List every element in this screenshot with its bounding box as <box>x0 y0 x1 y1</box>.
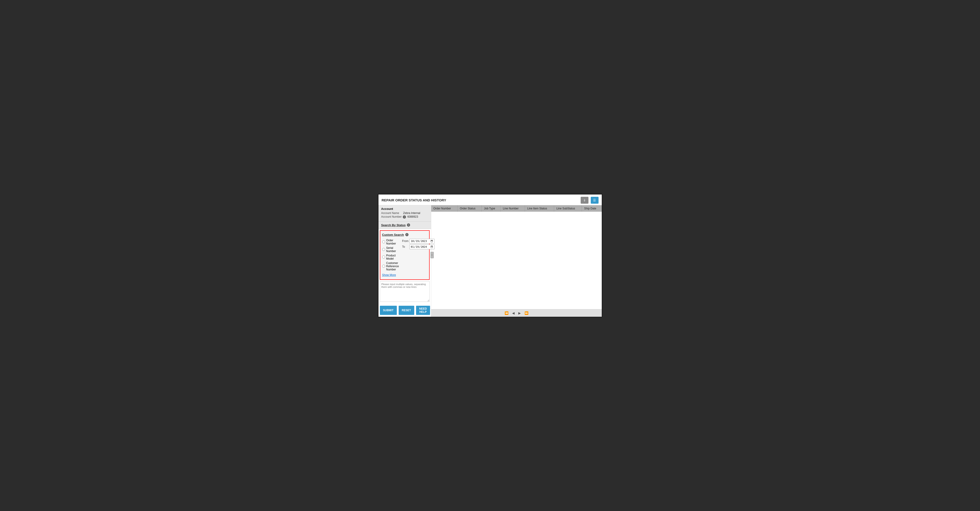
custom-search-info-icon[interactable]: i <box>405 233 409 236</box>
first-page-button[interactable]: ⏪ <box>504 311 509 315</box>
radio-serial-number: Serial Number <box>382 246 399 253</box>
prev-page-button[interactable]: ◀ <box>511 311 515 315</box>
last-page-button[interactable]: ⏩ <box>523 311 529 315</box>
radio-order-number: Order Number <box>382 239 399 245</box>
from-date-row: From <box>402 239 434 244</box>
table-container: Order Number Order Status Job Type Line … <box>431 205 602 309</box>
pagination-bar: ⏪ ◀ ▶ ⏩ <box>431 309 602 317</box>
col-line-number: Line Number <box>500 205 525 212</box>
to-label: To <box>402 245 409 248</box>
col-line-substatus: Line SubStatus <box>554 205 582 212</box>
radio-product-model-label: Product Model <box>386 254 399 260</box>
from-date-input[interactable] <box>409 239 434 244</box>
col-order-number: Order Number <box>431 205 458 212</box>
results-table: Order Number Order Status Job Type Line … <box>431 205 602 212</box>
account-number-row: Account Number i 6088923 <box>381 215 428 218</box>
app-header: REPAIR ORDER STATUS AND HISTORY ⇓ ☰ <box>379 194 602 205</box>
show-more-link[interactable]: Show More <box>382 271 427 277</box>
columns-icon: ☰ <box>593 198 596 202</box>
search-by-status[interactable]: Search By Status i <box>379 221 431 229</box>
col-ship-date: Ship Date <box>582 205 602 212</box>
reset-button[interactable]: RESET <box>399 306 414 315</box>
radio-product-model: Product Model <box>382 254 399 260</box>
app-container: REPAIR ORDER STATUS AND HISTORY ⇓ ☰ Acco… <box>378 194 603 317</box>
custom-search-title: Custom Search i <box>382 233 427 236</box>
custom-search-body: Order Number Serial Number Product Model <box>382 239 427 271</box>
download-icon: ⇓ <box>583 198 586 202</box>
collapse-arrow[interactable]: ‹ <box>431 252 434 258</box>
radio-serial-number-input[interactable] <box>382 248 385 251</box>
radio-order-number-label: Order Number <box>386 239 399 245</box>
right-panel: Order Number Order Status Job Type Line … <box>431 205 602 317</box>
account-name-value: Zebra Internal <box>403 212 420 215</box>
account-number-label: Account Number i <box>381 215 406 218</box>
from-label: From <box>402 239 409 243</box>
need-help-button[interactable]: NEED HELP <box>416 306 430 315</box>
custom-search-section: Custom Search i Order Number <box>380 230 430 280</box>
radio-order-number-input[interactable] <box>382 240 385 244</box>
left-panel: Account Account Name Zebra Internal Acco… <box>379 205 431 317</box>
download-button[interactable]: ⇓ <box>581 197 589 204</box>
bottom-buttons: SUBMIT RESET NEED HELP <box>379 304 431 317</box>
columns-button[interactable]: ☰ <box>591 197 598 204</box>
to-date-input[interactable] <box>409 245 434 249</box>
to-date-row: To <box>402 245 434 249</box>
search-by-status-label: Search By Status <box>381 223 406 227</box>
table-header-row: Order Number Order Status Job Type Line … <box>431 205 602 212</box>
search-textarea[interactable] <box>380 281 430 302</box>
account-section: Account Account Name Zebra Internal Acco… <box>379 205 431 221</box>
date-fields: From To <box>402 239 434 271</box>
account-name-label: Account Name <box>381 212 402 215</box>
radio-options: Order Number Serial Number Product Model <box>382 239 399 271</box>
account-name-row: Account Name Zebra Internal <box>381 212 428 215</box>
custom-search-wrapper: Custom Search i Order Number <box>379 230 431 280</box>
app-title: REPAIR ORDER STATUS AND HISTORY <box>382 198 578 202</box>
radio-customer-ref: Customer Reference Number <box>382 261 399 271</box>
radio-product-model-input[interactable] <box>382 256 385 258</box>
submit-button[interactable]: SUBMIT <box>380 306 397 315</box>
account-number-info-icon[interactable]: i <box>403 215 406 218</box>
radio-serial-number-label: Serial Number <box>386 246 399 253</box>
account-heading: Account <box>381 207 428 210</box>
main-layout: Account Account Name Zebra Internal Acco… <box>379 205 602 317</box>
account-number-value: 6088923 <box>407 215 418 218</box>
col-line-item-status: Line Item Status <box>525 205 554 212</box>
radio-customer-ref-input[interactable] <box>382 265 385 267</box>
radio-customer-ref-label: Customer Reference Number <box>386 261 399 271</box>
col-job-type: Job Type <box>482 205 500 212</box>
col-order-status: Order Status <box>458 205 482 212</box>
next-page-button[interactable]: ▶ <box>517 311 522 315</box>
search-by-status-info-icon[interactable]: i <box>407 223 410 227</box>
textarea-section <box>380 281 430 302</box>
